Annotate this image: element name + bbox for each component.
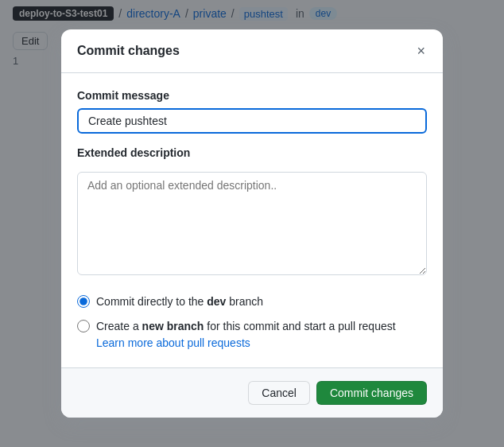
radio-row-1: Commit directly to the dev branch — [77, 293, 427, 310]
modal-close-button[interactable]: × — [415, 42, 427, 60]
modal-footer: Cancel Commit changes — [61, 367, 443, 418]
radio-new-branch-label: Create a new branch for this commit and … — [96, 318, 427, 352]
modal-header: Commit changes × — [61, 29, 443, 73]
commit-message-label: Commit message — [77, 89, 427, 102]
radio-direct-commit[interactable] — [77, 295, 90, 308]
radio-row-2: Create a new branch for this commit and … — [77, 318, 427, 352]
modal-body: Commit message Extended description Comm… — [61, 73, 443, 367]
extended-description-input[interactable] — [77, 172, 427, 275]
extended-description-label: Extended description — [77, 146, 427, 159]
commit-changes-modal: Commit changes × Commit message Extended… — [61, 29, 443, 418]
radio-new-branch[interactable] — [77, 320, 90, 332]
modal-title: Commit changes — [77, 44, 180, 58]
learn-more-link[interactable]: Learn more about pull requests — [96, 336, 250, 349]
modal-overlay: Commit changes × Commit message Extended… — [0, 0, 504, 447]
commit-message-input[interactable] — [77, 108, 427, 134]
radio-direct-commit-label: Commit directly to the dev branch — [96, 293, 263, 310]
commit-changes-button[interactable]: Commit changes — [316, 381, 427, 405]
cancel-button[interactable]: Cancel — [248, 381, 310, 405]
radio-section: Commit directly to the dev branch Create… — [77, 293, 427, 352]
